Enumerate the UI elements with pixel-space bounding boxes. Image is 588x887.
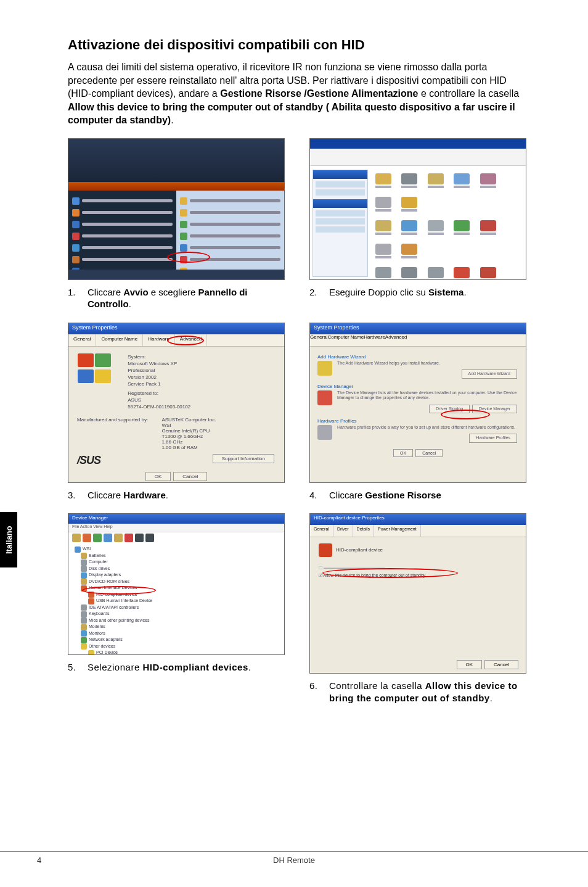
screenshot-start-menu [68, 138, 285, 280]
highlight-device-manager-button [441, 410, 490, 419]
step-3-caption: 3.Cliccare Hardware. [68, 489, 285, 501]
step-5-caption: 5.Selezionare HID-compliant devices. [68, 661, 285, 674]
step-4-caption: 4.Cliccare Gestione Risorse [309, 489, 526, 501]
screenshot-device-manager: Device Manager File Action View Help WSI… [68, 513, 285, 655]
page-footer: 4 DH Remote [0, 851, 588, 868]
screenshot-hid-properties: HID-compliant device Properties General … [309, 513, 526, 674]
screenshot-system-properties-hardware: System Properties General Computer Name … [309, 323, 526, 483]
page-number: 4 [37, 856, 41, 865]
screenshot-control-panel [309, 138, 526, 280]
highlight-hardware-tab [167, 336, 204, 345]
step-2-caption: 2.Eseguire Doppio clic su Sistema. [309, 286, 526, 299]
screenshot-system-properties-general: System Properties General Computer Name … [68, 323, 285, 483]
step-6-caption: 6.Controllare la casella Allow this devi… [309, 680, 526, 704]
highlight-control-panel [167, 252, 210, 263]
language-tab: Italiano [0, 512, 17, 567]
footer-title: DH Remote [0, 856, 588, 865]
step-1-caption: 1.Cliccare Avvio e scegliere Pannello di… [68, 286, 285, 310]
intro-paragraph: A causa dei limiti del sistema operativo… [68, 60, 526, 127]
page-title: Attivazione dei dispositivi compatibili … [68, 37, 526, 53]
